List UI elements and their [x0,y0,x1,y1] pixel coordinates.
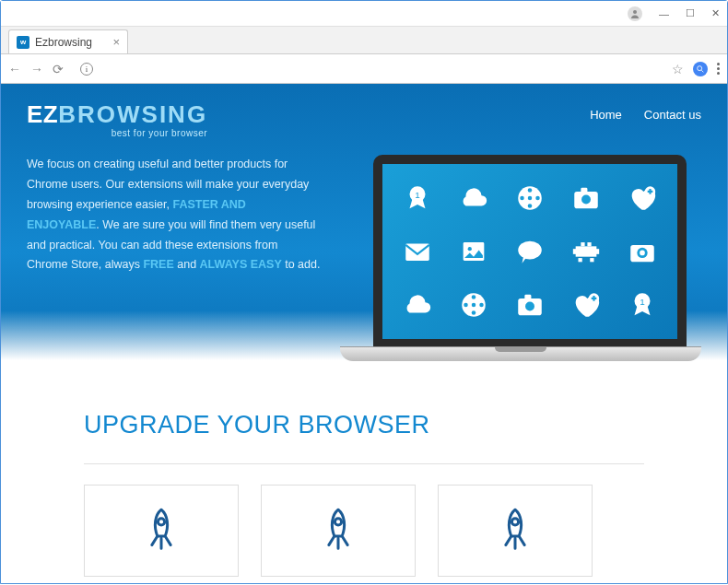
film-reel-2-icon [457,288,490,322]
reload-button[interactable]: ⟳ [53,62,64,76]
feature-card[interactable] [438,485,593,577]
browser-tab[interactable]: w Ezbrowsing × [8,29,128,53]
svg-point-36 [525,301,534,310]
forward-button[interactable]: → [30,62,43,76]
camera-2-icon [513,288,546,322]
svg-point-8 [528,204,533,208]
divider [84,463,644,464]
svg-point-1 [698,65,702,70]
feature-card[interactable] [261,485,416,577]
feature-cards [84,485,644,577]
maximize-button[interactable]: ☐ [686,7,695,19]
game-icon [569,235,603,268]
browser-toolbar: ← → ⟳ i ☆ [1,54,727,84]
nav-home[interactable]: Home [590,108,622,122]
site-info-icon[interactable]: i [80,63,93,76]
svg-rect-25 [590,258,593,262]
svg-text:1: 1 [416,190,421,200]
mail-icon [401,235,434,268]
svg-point-6 [528,188,533,193]
tab-favicon-icon: w [17,36,29,49]
section-title: UPGRADE YOUR BROWSER [84,411,644,439]
svg-point-34 [472,303,476,308]
svg-point-42 [335,519,341,525]
minimize-button[interactable]: — [659,8,669,19]
ribbon-icon: 1 [401,181,434,215]
svg-point-18 [518,241,542,260]
svg-rect-19 [575,246,596,256]
heart-plus-icon [626,181,659,215]
heart-plus-2-icon [569,288,603,322]
logo-part-browsing: BROWSING [58,100,207,128]
close-button[interactable]: ✕ [711,7,720,19]
feature-card[interactable] [84,485,239,577]
tab-title: Ezbrowsing [35,36,92,49]
logo-tagline: best for your browser [27,128,207,138]
svg-point-32 [472,310,476,315]
svg-point-17 [468,247,472,251]
svg-point-12 [581,194,591,204]
profile-icon[interactable] [628,6,642,21]
svg-text:1: 1 [640,297,645,307]
window-titlebar: — ☐ ✕ [1,1,727,27]
svg-point-30 [472,295,476,299]
camera-icon [569,181,603,215]
svg-rect-24 [578,258,581,262]
svg-rect-20 [573,249,577,254]
address-bar[interactable]: i [73,59,663,79]
film-reel-icon [513,181,546,215]
svg-point-31 [479,303,484,308]
ribbon-2-icon: 1 [626,288,659,322]
tab-close-icon[interactable]: × [105,36,120,48]
svg-point-7 [535,196,540,201]
laptop-base [340,346,701,361]
back-button[interactable]: ← [8,62,21,76]
svg-rect-22 [581,242,584,246]
svg-rect-37 [524,295,531,300]
site-logo[interactable]: EZBROWSING best for your browser [27,102,207,138]
chat-icon [513,235,546,268]
hero-description: We focus on creating useful and better p… [27,155,322,394]
bookmark-star-icon[interactable]: ☆ [672,62,684,76]
cloud-2-icon [401,288,434,322]
search-badge-icon[interactable] [693,62,708,76]
svg-point-33 [464,303,468,308]
svg-point-10 [528,196,533,201]
logo-part-ez: EZ [27,100,58,128]
svg-rect-23 [587,242,591,246]
svg-point-0 [633,10,637,14]
photo-icon [457,235,490,268]
svg-point-41 [158,519,164,525]
cloud-icon [457,181,490,215]
svg-line-2 [701,70,703,72]
main-nav: Home Contact us [590,108,701,122]
svg-point-9 [520,196,524,201]
svg-rect-21 [595,249,599,254]
svg-point-28 [640,251,645,256]
camera-solid-icon [626,235,659,268]
laptop-illustration: 1 1 [340,155,701,394]
svg-rect-13 [581,188,587,193]
svg-rect-15 [406,244,430,261]
tab-bar: w Ezbrowsing × [1,27,727,54]
browser-menu-button[interactable] [717,63,720,75]
nav-contact[interactable]: Contact us [644,108,701,122]
page-content: EZBROWSING best for your browser Home Co… [1,84,727,583]
svg-point-43 [511,519,518,525]
laptop-screen: 1 1 [373,155,687,348]
